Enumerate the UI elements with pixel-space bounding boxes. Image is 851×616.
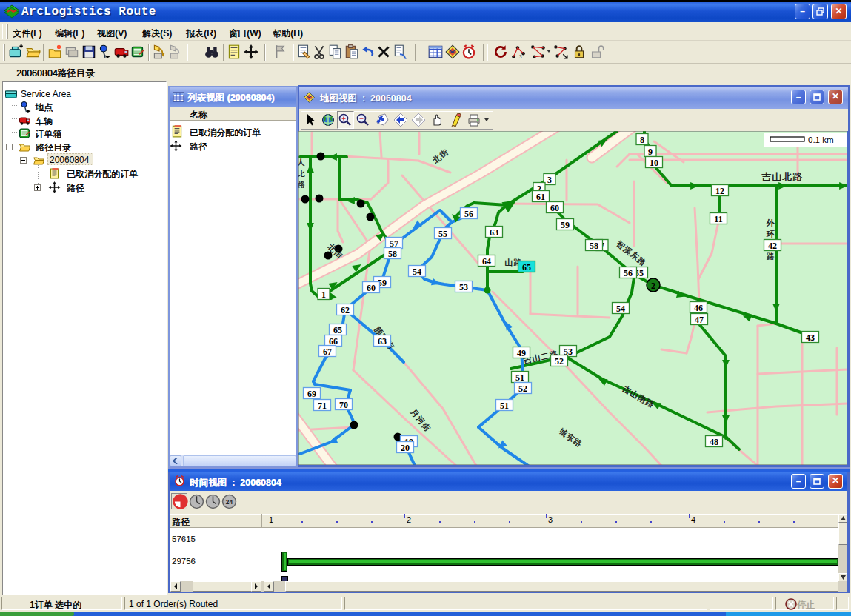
svg-text:56: 56 (464, 209, 473, 219)
svg-text:8: 8 (640, 135, 644, 145)
svg-text:11: 11 (714, 214, 722, 224)
svg-text:0.1 km: 0.1 km (808, 135, 834, 144)
svg-text:55: 55 (438, 229, 447, 239)
svg-text:69: 69 (307, 389, 316, 399)
svg-text:10: 10 (650, 158, 658, 168)
svg-text:63: 63 (490, 227, 498, 238)
svg-text:路: 路 (298, 180, 305, 189)
svg-text:64: 64 (482, 256, 491, 267)
svg-text:56: 56 (624, 268, 633, 278)
svg-text:外: 外 (767, 218, 775, 227)
svg-text:24: 24 (226, 498, 233, 506)
svg-text:65: 65 (333, 325, 342, 335)
svg-text:人: 人 (298, 158, 305, 167)
svg-text:49: 49 (517, 348, 526, 358)
svg-text:60: 60 (550, 203, 559, 213)
svg-text:12: 12 (715, 186, 724, 196)
svg-text:60: 60 (367, 283, 376, 293)
svg-text:51: 51 (500, 401, 509, 411)
svg-text:65: 65 (522, 262, 531, 272)
svg-text:61: 61 (536, 192, 545, 202)
svg-text:70: 70 (339, 400, 348, 410)
svg-text:20: 20 (401, 443, 410, 453)
svg-text:比: 比 (298, 169, 305, 178)
svg-text:3: 3 (547, 175, 552, 185)
svg-text:9: 9 (648, 147, 653, 157)
svg-text:51: 51 (515, 372, 524, 383)
svg-text:58: 58 (388, 249, 397, 259)
svg-text:52: 52 (555, 356, 564, 366)
svg-text:57: 57 (390, 238, 398, 249)
svg-text:吉山北路: 吉山北路 (761, 171, 803, 182)
svg-text:47: 47 (695, 315, 704, 325)
svg-text:43: 43 (806, 332, 815, 343)
svg-text:63: 63 (378, 336, 387, 346)
svg-text:54: 54 (616, 304, 625, 314)
svg-text:路: 路 (767, 252, 775, 261)
svg-text:66: 66 (329, 336, 338, 346)
svg-text:2: 2 (651, 281, 655, 291)
svg-text:67: 67 (323, 346, 332, 357)
svg-text:71: 71 (318, 401, 327, 411)
svg-text:48: 48 (710, 437, 718, 447)
svg-text:53: 53 (459, 282, 468, 292)
svg-text:52: 52 (518, 384, 527, 394)
svg-text:58: 58 (590, 241, 598, 251)
svg-text:54: 54 (413, 267, 421, 277)
svg-text:59: 59 (561, 220, 570, 230)
svg-text:42: 42 (768, 241, 777, 251)
svg-text:46: 46 (694, 303, 703, 313)
svg-text:环: 环 (767, 230, 775, 238)
svg-text:3: 3 (519, 54, 522, 59)
svg-text:1: 1 (321, 289, 326, 300)
svg-text:62: 62 (341, 305, 350, 315)
